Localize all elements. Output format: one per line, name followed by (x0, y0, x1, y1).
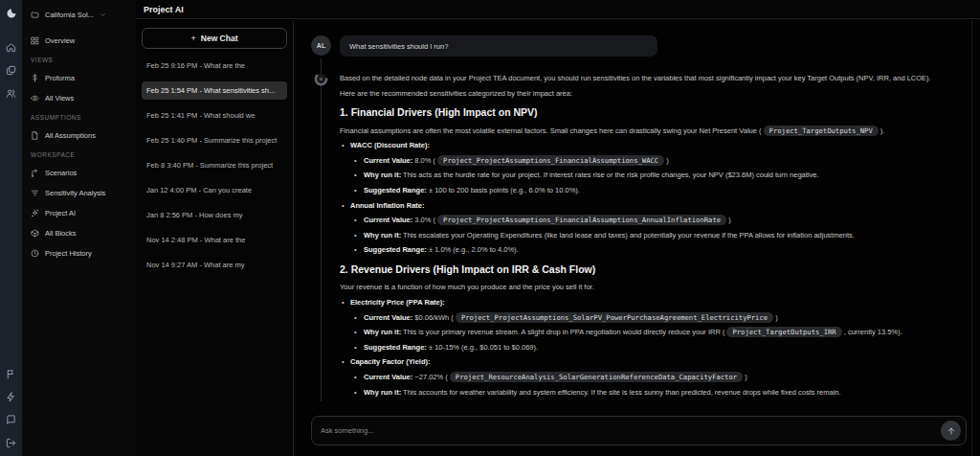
rail-bottom-group (6, 369, 16, 448)
eye-icon (31, 94, 39, 103)
message-heading: 1. Financial Drivers (High Impact on NPV… (340, 106, 971, 119)
bold-label: Annual Inflation Rate: (350, 201, 425, 210)
chat-history-item[interactable]: Nov 14 2:48 PM - What are the (142, 231, 287, 249)
sparkles-icon (31, 209, 39, 217)
chat-history-item[interactable]: Feb 25 1:40 PM - Summarize this project (142, 131, 287, 149)
assistant-avatar-icon (313, 71, 329, 87)
bullet-item: Capacity Factor (Yield): (340, 357, 971, 367)
sidebar-item-all-assumptions[interactable]: All Assumptions (31, 128, 132, 142)
text-run: 1. Financial Drivers (High Impact on NPV… (340, 106, 538, 118)
text-run: ) (773, 313, 778, 322)
sidebar-item-project-ai[interactable]: Project AI (31, 206, 132, 219)
chat-history-item[interactable]: Feb 25 1:41 PM - What should we (142, 106, 287, 125)
bullet-item: WACC (Discount Rate): (340, 141, 971, 150)
sidebar-item-label: Overview (45, 36, 75, 45)
vertical-divider (971, 20, 972, 456)
message-paragraph: Your revenue is a function of how much y… (340, 283, 971, 292)
send-button[interactable] (941, 421, 961, 441)
bold-label: Suggested Range: (364, 186, 427, 194)
zap-icon[interactable] (6, 392, 16, 402)
bold-label: Electricity Price (PPA Rate): (350, 298, 445, 307)
bullet-item: Why run it: This is your primary revenue… (340, 328, 971, 337)
user-message-bubble: What sensitivities should I run? (340, 35, 657, 57)
text-run: 3.0% ( (412, 216, 437, 224)
bold-label: Current Value: (364, 313, 412, 322)
code-chip: Project_TargetOutputs_NPV (764, 125, 879, 136)
projects-icon[interactable] (6, 65, 16, 76)
sidebar-item-label: Project History (45, 249, 92, 258)
text-run: Based on the detailed node data in your … (340, 74, 931, 82)
bullet-item: Suggested Range: ± 10-15% (e.g., $0.051 … (340, 343, 971, 353)
sidebar-item-proforma[interactable]: Proforma (31, 71, 132, 84)
chat-history-item[interactable]: Jan 8 2:56 PM - How does my (142, 206, 287, 224)
new-chat-button[interactable]: + New Chat (142, 28, 287, 49)
sidebar-section-assumptions: ASSUMPTIONS (31, 114, 132, 121)
bullet-item: Why run it: This acts as the hurdle rate… (340, 171, 971, 180)
bold-label: Suggested Range: (364, 245, 427, 254)
bold-label: Current Value: (364, 373, 412, 381)
sidebar-section-views: VIEWS (31, 57, 132, 63)
bold-label: Capacity Factor (Yield): (350, 357, 431, 366)
sidebar-item-label: Proforma (45, 74, 75, 82)
flag-icon[interactable] (6, 369, 16, 379)
logout-icon[interactable] (6, 438, 16, 448)
sidebar-item-all-views[interactable]: All Views (31, 91, 132, 104)
chat-history-item[interactable]: Feb 25 9:16 PM - What are the (142, 57, 287, 75)
page-title: Project AI (144, 5, 184, 14)
text-run: , currently 13.5%). (842, 328, 902, 336)
bullet-item: Why run it: This accounts for weather va… (340, 388, 971, 398)
chat-history-item[interactable]: Nov 14 9:27 AM - What are my (142, 256, 287, 274)
bullet-item: Electricity Price (PPA Rate): (340, 298, 971, 308)
chevron-down-icon (100, 11, 106, 18)
folder-icon (31, 11, 39, 19)
sidebar-item-label: Scenarios (45, 169, 77, 177)
text-run: ± 1.0% (e.g., 2.0% to 4.0%). (427, 245, 519, 254)
chat-history-item[interactable]: Feb 25 1:54 PM - What sensitivities sh..… (142, 81, 287, 100)
docs-book-icon[interactable] (6, 415, 16, 425)
project-selector[interactable]: California Sol... (31, 8, 132, 21)
plus-icon: + (191, 34, 196, 43)
text-run: ) (664, 156, 669, 165)
users-icon[interactable] (6, 88, 16, 99)
code-chip: Project_TargetOutputs_IRR (726, 327, 841, 337)
new-chat-label: New Chat (201, 34, 238, 43)
sidebar-item-project-history[interactable]: Project History (31, 246, 132, 260)
code-chip: Project_ProjectAssumptions_FinancialAssu… (437, 155, 664, 166)
text-run: This is your primary revenue stream. A s… (401, 328, 726, 336)
bullet-item: Current Value: 3.0% ( Project_ProjectAss… (340, 216, 971, 225)
text-run: ) (726, 216, 731, 224)
bold-label: Why run it: (364, 328, 401, 336)
chat-main: AL What sensitivities should I run? Base… (295, 20, 980, 456)
app-logo-icon[interactable] (6, 8, 17, 19)
header-bar: Project AI (136, 0, 980, 19)
arrow-up-icon (947, 426, 956, 436)
text-run: 2. Revenue Drivers (High Impact on IRR &… (340, 263, 595, 275)
code-chip: Project_ProjectAssumptions_FinancialAssu… (437, 215, 726, 225)
scenarios-flow-icon (31, 169, 39, 177)
text-run: This escalates your Operating Expenditur… (401, 231, 855, 239)
sidebar-item-overview[interactable]: Overview (31, 34, 132, 47)
home-icon[interactable] (6, 42, 16, 53)
user-avatar: AL (311, 35, 331, 56)
text-run: ). (879, 126, 885, 135)
sidebar-item-sensitivity-analysis[interactable]: Sensitivity Analysis (31, 186, 132, 199)
filter-icon (31, 189, 39, 197)
text-run: This acts as the hurdle rate for your pr… (401, 171, 818, 179)
bold-label: Suggested Range: (364, 343, 427, 352)
chat-history-item[interactable]: Feb 8 3:40 PM - Summarize this project (142, 156, 287, 174)
sidebar-item-label: All Blocks (45, 229, 77, 238)
text-run: $0.06/kWh ( (412, 313, 456, 322)
message-paragraph: Financial assumptions are often the most… (340, 126, 971, 136)
project-selector-label: California Sol... (45, 11, 94, 19)
text-run: Your revenue is a function of how much y… (340, 283, 594, 291)
bullet-item: Current Value: $0.06/kWh ( Project_Proje… (340, 313, 971, 323)
text-run: 8.0% ( (412, 156, 437, 165)
chat-input[interactable] (321, 426, 941, 435)
sidebar-item-all-blocks[interactable]: All Blocks (31, 226, 132, 239)
bold-label: Why run it: (364, 231, 401, 239)
chat-history-item[interactable]: Jan 12 4:00 PM - Can you create (142, 181, 287, 199)
text-run: This accounts for weather variability an… (401, 388, 840, 397)
sidebar-item-scenarios[interactable]: Scenarios (31, 166, 132, 179)
message-paragraph: Here are the recommended sensitivities c… (340, 89, 971, 99)
sidebar-section-workspace: WORKSPACE (31, 151, 132, 158)
